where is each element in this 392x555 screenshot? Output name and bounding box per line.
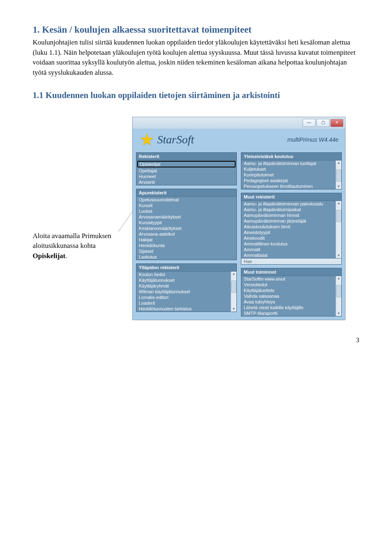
right-column: Yleissivistävä koulutus Aamu- ja iltapäi… — [241, 152, 342, 317]
list-item[interactable]: Keskiarvomääritykset — [136, 225, 236, 231]
list-item[interactable]: Pedagogiset asiakirjat — [241, 178, 336, 183]
list-item[interactable]: Ammatit — [241, 247, 336, 252]
list-item[interactable]: Kurinpitotoimet — [241, 172, 336, 178]
intro-paragraph: Koulunjohtajien tulisi siirtää kuudennen… — [33, 38, 359, 78]
list-item[interactable]: Ammatillinen koulutus — [241, 241, 336, 247]
close-button[interactable]: ✕ — [330, 119, 343, 127]
list-item[interactable]: Ammattialat — [241, 252, 336, 258]
star-icon: ★ — [139, 131, 155, 148]
list-item[interactable]: Aamu- ja iltapäivätoiminnan tuottajat — [241, 160, 336, 166]
list-item[interactable]: Kurssityypit — [136, 220, 236, 225]
scroll-up-icon[interactable]: ▲ — [232, 272, 236, 276]
list-item[interactable]: Koulun tiedot — [136, 272, 231, 277]
list-item[interactable]: Aikuiskoulutuksen tiimit — [241, 224, 336, 230]
scroll-down-icon[interactable]: ▼ — [337, 311, 341, 316]
panel-title: Ylläpidon rekisterit — [136, 264, 236, 272]
search-input[interactable]: Hae — [241, 258, 341, 264]
list-item[interactable]: Vaihda salasanaa — [241, 293, 336, 299]
scrollbar[interactable]: ▲ ▼ — [336, 160, 341, 189]
scroll-thumb[interactable] — [336, 169, 341, 182]
list-item[interactable]: Avaa tukiyhteys — [241, 299, 336, 305]
list-item[interactable]: Loaderit — [136, 300, 231, 306]
caption-line2-pre: aloitusikkunassa kohta — [33, 242, 96, 250]
list-item[interactable]: Arviointi — [136, 179, 236, 185]
list-item[interactable]: Ainekoodit — [241, 235, 336, 241]
list-item[interactable]: Laskutus — [136, 254, 236, 260]
panel-body: Aamu- ja iltapäivätoiminnan painotusalu … — [241, 201, 341, 258]
logo: ★ StarSoft — [139, 131, 194, 148]
panel-title: Muut toiminnot — [241, 268, 341, 276]
panel-apurekisterit: Apurekisterit Opetussuunnitelmat Kurssit… — [136, 189, 237, 260]
panel-body: Koulun tiedot Käyttäjätunnukset Käyttäjä… — [136, 272, 236, 312]
list-item[interactable]: Kuljetukset — [241, 166, 336, 172]
figure-caption: Aloita avaamalla Primuksen aloitusikkuna… — [33, 117, 127, 261]
figure-row: Aloita avaamalla Primuksen aloitusikkuna… — [33, 117, 359, 320]
scroll-down-icon[interactable]: ▼ — [232, 307, 236, 312]
scroll-up-icon[interactable]: ▲ — [337, 160, 341, 165]
minimize-button[interactable]: — — [303, 119, 316, 127]
list-item[interactable]: Henkilökunta — [136, 243, 236, 248]
panels: Rekisterit Opiskelijat Opettajat Huoneet… — [133, 152, 345, 320]
list-item[interactable]: Sijaiset — [136, 248, 236, 254]
caption-line2-bold: Opiskelijat — [33, 252, 65, 260]
primus-window: — ▢ ✕ ★ StarSoft multiPrimus W4.44e Reki… — [132, 117, 345, 320]
panel-body: Aamu- ja iltapäivätoiminnan tuottajat Ku… — [241, 160, 341, 189]
scrollbar[interactable]: ▲ ▼ — [231, 272, 236, 312]
panel-muut-rekisterit: Muut rekisterit Aamu- ja iltapäivätoimin… — [241, 193, 342, 265]
scrollbar[interactable]: ▲ ▼ — [336, 276, 341, 316]
list-item[interactable]: Perusopetukseen ilmoittautuminen — [241, 183, 336, 189]
scroll-thumb[interactable] — [336, 210, 341, 222]
scroll-up-icon[interactable]: ▲ — [337, 276, 341, 281]
scroll-up-icon[interactable]: ▲ — [337, 201, 341, 206]
scroll-down-icon[interactable]: ▼ — [337, 253, 341, 258]
list-item[interactable]: Käyttäjäluettelo — [241, 288, 336, 293]
panel-yleissivistava: Yleissivistävä koulutus Aamu- ja iltapäi… — [241, 152, 342, 189]
version-text: multiPrimus W4.44e — [287, 136, 339, 143]
list-item[interactable]: Opetussuunnitelmat — [136, 197, 236, 203]
panel-title: Yleissivistävä koulutus — [241, 153, 341, 160]
list-item[interactable]: Opettajat — [136, 168, 236, 174]
list-item[interactable]: Lomake-editori — [136, 294, 231, 300]
list-item[interactable]: Hakijat — [136, 237, 236, 243]
scroll-thumb[interactable] — [336, 285, 341, 297]
list-item[interactable]: Kurssit — [136, 203, 236, 208]
panel-muut-toiminnot: Muut toiminnot StarSoftin www-sivut Vers… — [241, 268, 342, 317]
panel-title: Rekisterit — [136, 153, 236, 160]
list-item[interactable]: Käyttäjäryhmät — [136, 283, 231, 289]
scrollbar[interactable]: ▲ ▼ — [336, 201, 341, 258]
title-bar: — ▢ ✕ — [133, 117, 345, 129]
list-item[interactable]: Versiotiedot — [241, 282, 336, 288]
list-item[interactable]: Aamu- ja iltapäivätoiminnan painotusalu — [241, 201, 336, 207]
list-item[interactable]: Lähetä viesti kaikille käyttäjille — [241, 305, 336, 310]
item-opiskelijat[interactable]: Opiskelijat — [137, 161, 236, 167]
list-item[interactable]: Wilman käyttäjätunnukset — [136, 289, 231, 294]
list-item[interactable]: Aamupäivätoiminnan hinnat — [241, 212, 336, 218]
list-item[interactable]: Huoneet — [136, 174, 236, 179]
subsection-heading: 1.1 Kuudennen luokan oppilaiden tietojen… — [33, 90, 359, 100]
list-item[interactable]: Aamu- ja iltapäivätoimipaikat — [241, 207, 336, 212]
page-number: 3 — [33, 337, 359, 344]
list-item[interactable]: Luokat — [136, 208, 236, 214]
list-item[interactable]: StarSoftin www-sivut — [241, 276, 336, 282]
panel-rekisterit: Rekisterit Opiskelijat Opettajat Huoneet… — [136, 152, 237, 185]
scroll-thumb[interactable] — [231, 281, 236, 293]
panel-body: Opetussuunnitelmat Kurssit Luokat Arvosa… — [136, 197, 236, 260]
scroll-down-icon[interactable]: ▼ — [337, 184, 341, 189]
panel-title: Apurekisterit — [136, 189, 236, 197]
list-item[interactable]: Henkilötunnusten tarkistus — [136, 306, 231, 312]
list-item[interactable]: Arvosana-asteikot — [136, 231, 236, 237]
list-item[interactable]: Aineistotyypit — [241, 230, 336, 235]
panel-title: Muut rekisterit — [241, 193, 341, 201]
panel-body: StarSoftin www-sivut Versiotiedot Käyttä… — [241, 276, 341, 316]
app-header: ★ StarSoft multiPrimus W4.44e — [133, 129, 345, 152]
list-item[interactable]: Arvosanamääritykset — [136, 214, 236, 220]
list-item[interactable]: Käyttäjätunnukset — [136, 277, 231, 283]
panel-body: Opiskelijat Opettajat Huoneet Arviointi — [136, 161, 236, 185]
caption-line1: Aloita avaamalla Primuksen — [33, 232, 111, 240]
brand-text: StarSoft — [157, 133, 194, 146]
maximize-button[interactable]: ▢ — [316, 119, 330, 127]
caption-line2-post: . — [65, 252, 67, 260]
list-item[interactable]: Aamupäivätoiminnan järjestäjät — [241, 218, 336, 224]
panel-yllapidon: Ylläpidon rekisterit Koulun tiedot Käytt… — [136, 263, 237, 312]
list-item[interactable]: SMTP-tilaraportti — [241, 310, 336, 316]
